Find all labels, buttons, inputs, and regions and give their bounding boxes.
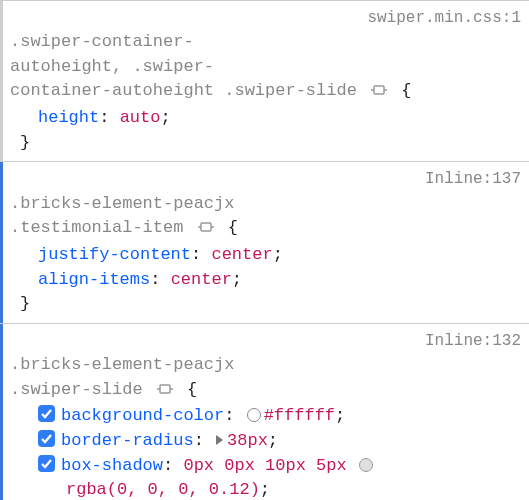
source-link[interactable]: Inline:132 (425, 330, 521, 353)
property-enable-checkbox[interactable] (38, 455, 55, 472)
selector-text: .testimonial-item (10, 218, 183, 237)
gutter-bar (0, 162, 3, 322)
selector-action-icon[interactable] (371, 81, 387, 106)
property-enable-checkbox[interactable] (38, 430, 55, 447)
selector-action-icon[interactable] (198, 218, 214, 243)
property-value[interactable]: rgba(0, 0, 0, 0.12) (66, 480, 260, 499)
svg-rect-3 (201, 223, 211, 231)
declaration[interactable]: height: auto; (10, 106, 521, 131)
style-rule: Inline:137 .bricks-element-peacjx .testi… (0, 161, 529, 322)
selector-line[interactable]: .bricks-element-peacjx (10, 192, 521, 217)
declaration[interactable]: border-radius: 38px; (10, 429, 521, 454)
property-name[interactable]: justify-content (38, 245, 191, 264)
selector-action-icon[interactable] (157, 380, 173, 405)
style-rule: swiper.min.css:1 .swiper-container- auto… (0, 0, 529, 161)
declaration[interactable]: box-shadow: 0px 0px 10px 5px (10, 454, 521, 479)
property-name[interactable]: box-shadow (61, 456, 163, 475)
color-swatch-icon[interactable] (247, 408, 261, 422)
source-link[interactable]: Inline:137 (425, 168, 521, 191)
declaration[interactable]: align-items: center; (10, 268, 521, 293)
selector-text: .swiper-slide (10, 380, 143, 399)
selector-line[interactable]: .bricks-element-peacjx (10, 353, 521, 378)
property-name[interactable]: background-color (61, 406, 224, 425)
property-name[interactable]: align-items (38, 270, 150, 289)
selector-text: autoheight, .swiper- (10, 57, 214, 76)
expand-triangle-icon[interactable] (216, 435, 223, 445)
source-link[interactable]: swiper.min.css:1 (367, 7, 521, 30)
selector-text: .bricks-element-peacjx (10, 194, 234, 213)
declaration[interactable]: background-color: #ffffff; (10, 404, 521, 429)
selector-text: .bricks-element-peacjx (10, 355, 234, 374)
property-enable-checkbox[interactable] (38, 405, 55, 422)
selector-line[interactable]: container-autoheight .swiper-slide { (10, 79, 521, 106)
brace-close: } (10, 131, 521, 156)
brace-open: { (401, 81, 411, 100)
property-value[interactable]: #ffffff (264, 406, 335, 425)
property-value[interactable]: 0px 0px 10px 5px (183, 456, 346, 475)
svg-rect-0 (374, 86, 384, 94)
selector-line[interactable]: autoheight, .swiper- (10, 55, 521, 80)
selector-line[interactable]: .swiper-container- (10, 30, 521, 55)
brace-open: { (187, 380, 197, 399)
selector-text: container-autoheight .swiper-slide (10, 81, 357, 100)
declaration[interactable]: justify-content: center; (10, 243, 521, 268)
property-value[interactable]: auto (120, 108, 161, 127)
property-value[interactable]: 38px (227, 431, 268, 450)
selector-text: .swiper-container- (10, 32, 194, 51)
property-name[interactable]: border-radius (61, 431, 194, 450)
color-swatch-icon[interactable] (359, 458, 373, 472)
gutter-bar (0, 324, 3, 500)
brace-close: } (10, 292, 521, 317)
gutter-bar (0, 1, 3, 161)
property-value[interactable]: center (211, 245, 272, 264)
property-value[interactable]: center (171, 270, 232, 289)
selector-line[interactable]: .testimonial-item { (10, 216, 521, 243)
svg-rect-6 (160, 385, 170, 393)
selector-line[interactable]: .swiper-slide { (10, 378, 521, 405)
style-rule: Inline:132 .bricks-element-peacjx .swipe… (0, 323, 529, 500)
property-name[interactable]: height (38, 108, 99, 127)
brace-open: { (228, 218, 238, 237)
declaration-continuation[interactable]: rgba(0, 0, 0, 0.12); (10, 478, 521, 500)
